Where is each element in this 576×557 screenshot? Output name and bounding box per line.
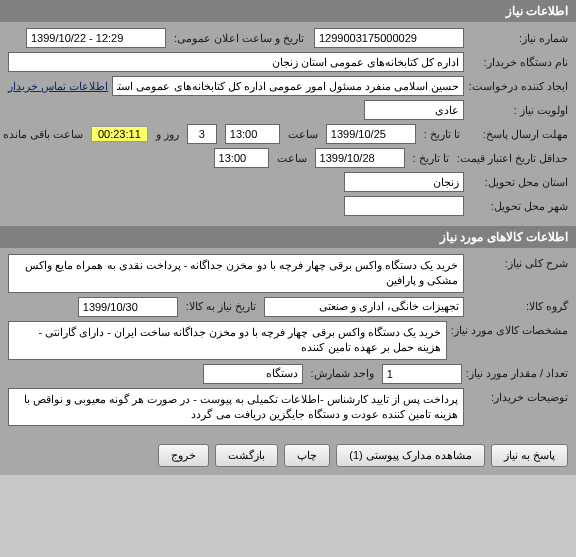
label-buyer-org: نام دستگاه خریدار: xyxy=(468,56,568,69)
label-buyer-notes: توضیحات خریدار: xyxy=(468,388,568,404)
goods-date-field xyxy=(78,297,178,317)
attachments-button[interactable]: مشاهده مدارک پیوستی (1) xyxy=(336,444,485,467)
button-bar: پاسخ به نیاز مشاهده مدارک پیوستی (1) چاپ… xyxy=(0,436,576,475)
buyer-org-field xyxy=(8,52,464,72)
label-priority: اولویت نیاز : xyxy=(468,104,568,117)
respond-button[interactable]: پاسخ به نیاز xyxy=(491,444,568,467)
label-hour-2: ساعت xyxy=(273,152,311,165)
exit-button[interactable]: خروج xyxy=(158,444,209,467)
label-hour-1: ساعت xyxy=(284,128,322,141)
label-province: استان محل تحویل: xyxy=(468,176,568,189)
priority-field xyxy=(364,100,464,120)
remain-days-field xyxy=(187,124,217,144)
goods-info-form: شرح کلی نیاز: گروه کالا: تاریخ نیاز به ک… xyxy=(0,248,576,436)
back-button[interactable]: بازگشت xyxy=(215,444,278,467)
label-min-valid: حداقل تاریخ اعتبار قیمت: xyxy=(457,152,568,165)
label-unit: واحد شمارش: xyxy=(307,367,378,380)
valid-time-field xyxy=(214,148,269,168)
label-qty: تعداد / مقدار مورد نیاز: xyxy=(466,367,568,380)
deadline-time-field xyxy=(225,124,280,144)
label-to-date-2: تا تاریخ : xyxy=(409,152,453,165)
city-field xyxy=(344,196,464,216)
section-header-need-info: اطلاعات نیاز xyxy=(0,0,576,22)
label-city: شهر محل تحویل: xyxy=(468,200,568,213)
label-deadline: مهلت ارسال پاسخ: xyxy=(468,128,568,141)
valid-date-field xyxy=(315,148,405,168)
deadline-date-field xyxy=(326,124,416,144)
general-desc-field xyxy=(8,254,464,293)
section-header-goods-info: اطلاعات کالاهای مورد نیاز xyxy=(0,226,576,248)
countdown-timer: 00:23:11 xyxy=(91,126,148,142)
label-remaining: ساعت باقی مانده xyxy=(0,128,87,141)
print-button[interactable]: چاپ xyxy=(284,444,330,467)
creator-field xyxy=(112,76,464,96)
contact-link[interactable]: اطلاعات تماس خریدار xyxy=(8,80,108,93)
province-field xyxy=(344,172,464,192)
goods-spec-field xyxy=(8,321,447,360)
goods-group-field xyxy=(264,297,464,317)
label-goods-group: گروه کالا: xyxy=(468,300,568,313)
label-to-date: تا تاریخ : xyxy=(420,128,464,141)
unit-field xyxy=(203,364,303,384)
need-number-field xyxy=(314,28,464,48)
label-public-announce: تاریخ و ساعت اعلان عمومی: xyxy=(170,32,310,45)
public-announce-field xyxy=(26,28,166,48)
label-creator: ایجاد کننده درخواست: xyxy=(468,80,568,93)
label-goods-spec: مشخصات کالای مورد نیاز: xyxy=(451,321,568,337)
label-days-and: روز و xyxy=(152,128,183,141)
need-info-form: شماره نیاز: تاریخ و ساعت اعلان عمومی: نا… xyxy=(0,22,576,226)
qty-field xyxy=(382,364,462,384)
label-general-desc: شرح کلی نیاز: xyxy=(468,254,568,270)
label-need-number: شماره نیاز: xyxy=(468,32,568,45)
label-goods-date: تاریخ نیاز به کالا: xyxy=(182,300,260,313)
buyer-notes-field xyxy=(8,388,464,427)
